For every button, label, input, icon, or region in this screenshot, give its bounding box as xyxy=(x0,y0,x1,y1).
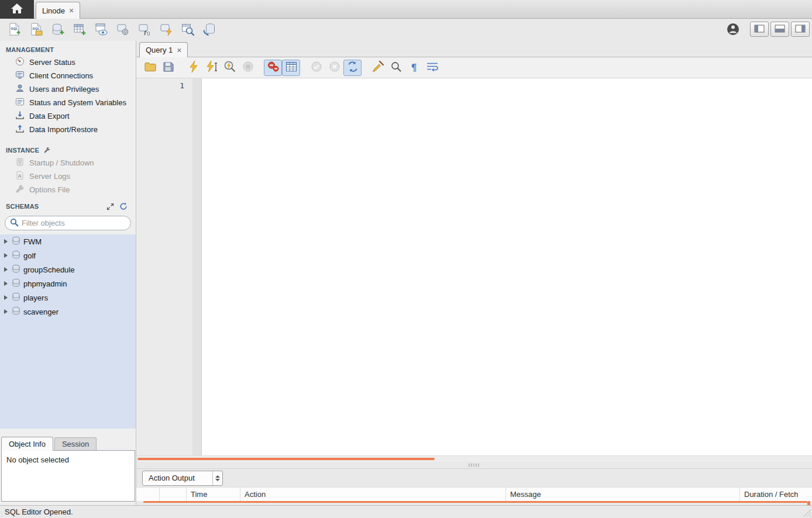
expander-icon[interactable] xyxy=(4,309,8,314)
schema-tree-item[interactable]: golf xyxy=(0,248,136,263)
editor-horizontal-scrollbar[interactable] xyxy=(136,455,812,462)
schema-filter[interactable] xyxy=(5,216,131,230)
output-view-selector[interactable]: Action Output xyxy=(142,471,223,486)
schemas-title: SCHEMAS xyxy=(6,203,39,210)
toggle-right-sidebar-button[interactable] xyxy=(791,22,810,37)
new-query-tab-button[interactable]: SQL xyxy=(4,21,25,39)
beautify-button[interactable] xyxy=(369,60,387,76)
scrollbar-thumb[interactable] xyxy=(137,458,435,460)
sidebar-item-options-file[interactable]: Options File xyxy=(0,183,136,196)
database-icon xyxy=(12,250,20,261)
schema-tree-item[interactable]: scavenger xyxy=(0,305,136,319)
column-header-index xyxy=(160,488,187,501)
sidebar-item-label: Server Logs xyxy=(29,172,70,181)
editor-text-area[interactable] xyxy=(202,78,812,455)
search-table-data-button[interactable] xyxy=(177,21,198,39)
sidebar-item-server-status[interactable]: Server Status xyxy=(0,56,136,69)
close-icon[interactable]: × xyxy=(177,46,181,54)
schema-tree-item[interactable]: FWM xyxy=(0,234,136,248)
database-icon xyxy=(12,306,20,317)
schema-name: phpmyadmin xyxy=(23,279,67,288)
output-horizontal-scrollbar[interactable] xyxy=(143,501,807,503)
execute-button[interactable] xyxy=(184,60,202,76)
line-number: 1 xyxy=(180,81,184,90)
sql-editor[interactable]: 1 xyxy=(136,78,812,455)
save-script-button[interactable] xyxy=(159,60,177,76)
schema-tree-item[interactable]: groupSchedule xyxy=(0,263,136,277)
sidebar-item-data-export[interactable]: Data Export xyxy=(0,109,136,123)
toggle-autocommit-button[interactable] xyxy=(343,60,362,76)
tab-object-info[interactable]: Object Info xyxy=(1,437,53,451)
wrap-text-button[interactable] xyxy=(423,60,441,76)
sidebar-item-server-logs[interactable]: A Server Logs xyxy=(0,170,136,183)
explain-button[interactable] xyxy=(221,60,239,76)
users-icon xyxy=(15,84,25,95)
create-table-button[interactable] xyxy=(68,21,90,39)
open-sql-script-icon: SQL xyxy=(29,22,43,38)
expand-panel-icon[interactable] xyxy=(106,203,114,210)
schema-filter-input[interactable] xyxy=(22,219,126,227)
open-script-icon xyxy=(144,61,157,74)
find-button[interactable] xyxy=(387,60,405,76)
reconnect-dbms-button[interactable] xyxy=(198,21,220,39)
toggle-stop-on-error-button[interactable] xyxy=(264,60,282,76)
startup-shutdown-icon xyxy=(15,157,25,168)
open-sql-script-button[interactable]: SQL xyxy=(25,21,47,39)
toggle-stop-on-error-icon xyxy=(267,61,280,74)
home-tab[interactable] xyxy=(0,0,34,19)
query-tab[interactable]: Query 1 × xyxy=(139,42,188,57)
schema-tree-item[interactable]: phpmyadmin xyxy=(0,277,136,291)
close-icon[interactable]: × xyxy=(69,6,74,15)
rollback-button[interactable] xyxy=(325,60,343,76)
stop-icon xyxy=(242,61,254,74)
system-variables-icon xyxy=(15,97,25,108)
create-function-button[interactable]: f() xyxy=(133,21,155,39)
sidebar-item-startup-shutdown[interactable]: Startup / Shutdown xyxy=(0,156,136,170)
rollback-icon xyxy=(329,61,340,74)
sidebar-item-label: Client Connections xyxy=(29,71,93,80)
sidebar-item-label: Startup / Shutdown xyxy=(29,158,94,167)
expander-icon[interactable] xyxy=(4,253,8,258)
toggle-output-area-button[interactable] xyxy=(770,22,789,37)
create-table-icon xyxy=(73,22,87,38)
toggle-left-sidebar-button[interactable] xyxy=(750,22,769,37)
commit-button[interactable] xyxy=(307,60,325,76)
query-tab-strip: Query 1 × xyxy=(136,41,812,57)
output-panel-bar: Action Output xyxy=(136,468,812,487)
editor-output-splitter[interactable] xyxy=(136,462,812,468)
sidebar-item-label: Status and System Variables xyxy=(29,98,126,107)
tab-session[interactable]: Session xyxy=(54,437,97,451)
create-procedure-button[interactable] xyxy=(112,21,133,39)
limit-rows-button[interactable] xyxy=(282,60,300,76)
create-procedure-icon xyxy=(116,22,130,38)
sidebar-item-client-connections[interactable]: Client Connections xyxy=(0,69,136,82)
column-header-time: Time xyxy=(187,488,240,501)
create-function-icon: f() xyxy=(137,22,152,38)
limit-rows-icon xyxy=(285,61,297,74)
sidebar-item-system-variables[interactable]: Status and System Variables xyxy=(0,96,136,109)
open-script-button[interactable] xyxy=(141,60,159,76)
create-view-button[interactable] xyxy=(90,21,112,39)
expander-icon[interactable] xyxy=(4,267,8,272)
sidebar-item-users-privileges[interactable]: Users and Privileges xyxy=(0,82,136,96)
home-icon xyxy=(11,3,23,16)
stepper-icon[interactable] xyxy=(212,471,222,485)
stop-button[interactable] xyxy=(239,60,257,76)
expander-icon[interactable] xyxy=(4,295,8,300)
sidebar-item-data-import[interactable]: Data Import/Restore xyxy=(0,123,136,136)
expander-icon[interactable] xyxy=(4,239,8,244)
create-trigger-button[interactable] xyxy=(155,21,177,39)
execute-current-button[interactable] xyxy=(202,60,221,76)
invisibles-icon: ¶ xyxy=(411,62,417,73)
sidebar-bottom-tabs: Object Info Session xyxy=(1,435,97,451)
beautify-icon xyxy=(371,60,384,75)
connection-tab[interactable]: Linode × xyxy=(36,2,80,19)
create-schema-button[interactable] xyxy=(47,21,68,39)
schema-tree-item[interactable]: players xyxy=(0,291,136,305)
refresh-icon[interactable] xyxy=(119,202,128,210)
show-invisibles-button[interactable]: ¶ xyxy=(405,60,423,76)
sidebar-item-label: Data Import/Restore xyxy=(29,125,98,134)
save-script-icon xyxy=(163,61,174,74)
expander-icon[interactable] xyxy=(4,281,8,286)
resize-grip[interactable] xyxy=(803,509,811,517)
